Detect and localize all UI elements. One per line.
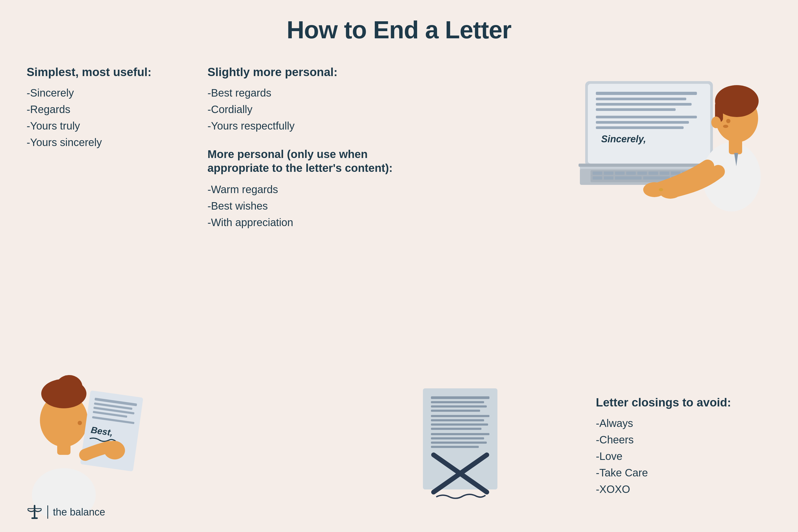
svg-point-39 <box>659 188 663 191</box>
svg-rect-14 <box>615 176 642 179</box>
svg-rect-5 <box>615 172 625 175</box>
person-reading-illustration: Best, <box>16 335 144 516</box>
page-container: How to End a Letter Simplest, most usefu… <box>0 0 798 532</box>
list-item: -XOXO <box>596 481 777 497</box>
list-item: -Yours respectfully <box>208 118 394 134</box>
balance-logo-icon <box>26 503 42 521</box>
main-title: How to End a Letter <box>26 16 772 44</box>
svg-rect-13 <box>604 176 613 179</box>
list-item: -Yours truly <box>26 118 186 134</box>
right-illustration-area: Sincerely, <box>407 65 772 244</box>
list-item: -With appreciation <box>208 214 394 231</box>
list-item: -Take Care <box>596 464 777 481</box>
svg-rect-59 <box>431 410 480 412</box>
svg-rect-67 <box>431 446 479 448</box>
list-item: -Best regards <box>208 84 394 101</box>
list-item: -Always <box>596 415 777 432</box>
avoid-list: -Always -Cheers -Love -Take Care -XOXO <box>596 415 777 497</box>
svg-rect-20 <box>596 98 686 100</box>
list-item: -Cheers <box>596 432 777 448</box>
svg-rect-35 <box>729 138 742 154</box>
svg-rect-63 <box>431 428 481 430</box>
simplest-title: Simplest, most useful: <box>26 65 186 79</box>
svg-rect-64 <box>431 433 490 435</box>
logo-text: the balance <box>53 507 105 518</box>
svg-rect-19 <box>596 92 697 95</box>
svg-rect-56 <box>431 396 490 399</box>
svg-rect-9 <box>660 172 669 175</box>
slightly-personal-list: -Best regards -Cordially -Yours respectf… <box>208 84 394 134</box>
laptop-illustration: Sincerely, <box>564 65 772 225</box>
slightly-personal-title: Slightly more personal: <box>208 65 394 79</box>
svg-rect-22 <box>596 108 676 111</box>
list-item: -Best wishes <box>208 198 394 214</box>
svg-rect-8 <box>648 172 658 175</box>
simplest-section: Simplest, most useful: -Sincerely -Regar… <box>26 65 186 244</box>
avoid-title: Letter closings to avoid: <box>596 396 777 410</box>
svg-rect-15 <box>643 176 670 179</box>
svg-rect-66 <box>431 441 487 444</box>
svg-point-34 <box>723 125 728 128</box>
svg-rect-23 <box>596 116 697 118</box>
svg-text:Sincerely,: Sincerely, <box>601 134 646 145</box>
logo-area: the balance <box>26 503 105 521</box>
svg-rect-57 <box>431 401 484 403</box>
rejected-letter-illustration <box>412 386 508 506</box>
svg-rect-21 <box>596 103 691 106</box>
svg-point-38 <box>659 184 682 199</box>
list-item: -Sincerely <box>26 84 186 101</box>
svg-point-46 <box>78 421 82 425</box>
svg-point-44 <box>56 375 82 399</box>
personal-sections: Slightly more personal: -Best regards -C… <box>208 65 394 244</box>
svg-rect-65 <box>431 437 484 439</box>
avoid-section: Letter closings to avoid: -Always -Cheer… <box>596 396 777 511</box>
list-item: -Warm regards <box>208 181 394 198</box>
svg-rect-60 <box>431 415 490 417</box>
svg-rect-62 <box>431 423 488 425</box>
svg-rect-4 <box>604 172 613 175</box>
more-personal-list: -Warm regards -Best wishes -With appreci… <box>208 181 394 231</box>
simplest-list: -Sincerely -Regards -Yours truly -Yours … <box>26 84 186 151</box>
svg-rect-6 <box>626 172 636 175</box>
svg-rect-12 <box>593 176 602 179</box>
list-item: -Cordially <box>208 101 394 118</box>
svg-rect-61 <box>431 419 484 421</box>
svg-rect-24 <box>596 121 689 124</box>
more-personal-title: More personal (only use when appropriate… <box>208 147 394 175</box>
svg-rect-25 <box>596 126 684 129</box>
svg-rect-76 <box>32 517 38 519</box>
logo-divider <box>48 506 48 519</box>
svg-rect-3 <box>593 172 602 175</box>
svg-point-32 <box>711 116 721 128</box>
svg-point-33 <box>726 119 730 123</box>
svg-rect-70 <box>34 505 35 518</box>
content-area: Simplest, most useful: -Sincerely -Regar… <box>26 65 772 244</box>
list-item: -Love <box>596 448 777 464</box>
list-item: -Yours sincerely <box>26 134 186 151</box>
svg-rect-7 <box>637 172 647 175</box>
svg-rect-58 <box>431 405 487 407</box>
list-item: -Regards <box>26 101 186 118</box>
